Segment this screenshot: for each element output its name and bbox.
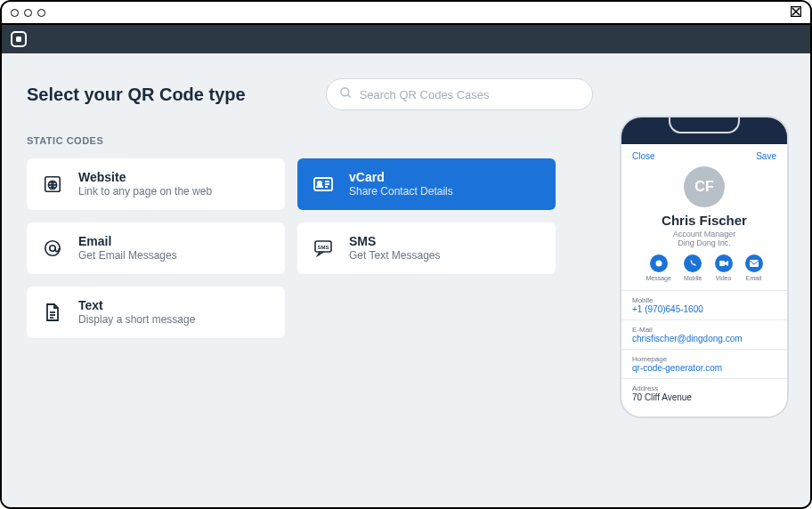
id-card-icon	[312, 173, 335, 196]
card-text[interactable]: Text Display a short message	[27, 287, 285, 338]
video-icon	[715, 254, 733, 272]
svg-point-3	[341, 87, 349, 95]
search-input[interactable]	[326, 78, 593, 110]
field-label: Mobile	[632, 296, 776, 304]
contact-role: Account Manager	[621, 230, 787, 238]
svg-rect-21	[750, 260, 759, 267]
field-homepage: Homepage qr-code-generator.com	[621, 349, 787, 378]
card-subtitle: Get Email Messages	[78, 249, 177, 263]
field-value: qr-code-generator.com	[632, 363, 776, 373]
page-title: Select your QR Code type	[27, 85, 246, 105]
card-email[interactable]: Email Get Email Messages	[27, 222, 285, 274]
at-sign-icon	[41, 237, 64, 260]
field-label: Address	[632, 384, 776, 392]
svg-point-8	[318, 182, 321, 185]
card-title: Email	[78, 234, 177, 249]
preview-close-button[interactable]: Close	[632, 151, 655, 161]
svg-point-12	[45, 241, 61, 256]
svg-point-13	[50, 246, 55, 251]
svg-text:SMS: SMS	[317, 245, 329, 250]
field-address: Address 70 Cliff Avenue	[621, 378, 787, 408]
app-toolbar	[2, 25, 810, 53]
message-icon	[650, 254, 668, 272]
card-vcard[interactable]: vCard Share Contact Details	[297, 158, 556, 210]
search-field[interactable]	[360, 88, 580, 101]
field-label: Homepage	[632, 355, 776, 363]
main-content: Select your QR Code type STATIC CODES	[2, 53, 810, 507]
card-sms[interactable]: SMS SMS Get Text Messages	[297, 222, 556, 274]
card-subtitle: Share Contact Details	[349, 185, 453, 199]
mail-icon	[745, 254, 763, 272]
search-icon	[339, 86, 353, 103]
phone-icon	[684, 254, 702, 272]
action-video[interactable]: Video	[715, 254, 733, 281]
card-title: Website	[78, 170, 212, 185]
svg-line-4	[347, 94, 350, 97]
window-dot[interactable]	[37, 9, 45, 17]
preview-save-button[interactable]: Save	[756, 151, 776, 161]
window-dot[interactable]	[11, 9, 19, 17]
card-title: Text	[78, 298, 195, 313]
phone-preview: Close Save CF Chris Fischer Account Mana…	[620, 116, 789, 418]
app-window: Select your QR Code type STATIC CODES	[0, 0, 812, 509]
card-title: vCard	[349, 170, 453, 185]
action-mobile[interactable]: Mobile	[684, 254, 702, 281]
window-close-icon[interactable]	[791, 5, 801, 20]
field-value: 70 Cliff Avenue	[632, 392, 776, 402]
window-titlebar	[2, 2, 810, 25]
window-dot[interactable]	[24, 9, 32, 17]
action-email[interactable]: Email	[745, 254, 763, 281]
globe-icon	[41, 173, 64, 196]
avatar: CF	[684, 166, 725, 207]
card-subtitle: Display a short message	[78, 313, 195, 327]
contact-org: Ding Dong Inc.	[621, 238, 787, 247]
field-email: E-Mail chrisfischer@dingdong.com	[621, 319, 787, 349]
card-title: SMS	[349, 234, 441, 249]
field-label: E-Mail	[632, 326, 776, 334]
field-value: +1 (970)645-1600	[632, 304, 776, 314]
contact-actions: Message Mobile Video Email	[621, 254, 787, 281]
phone-notch	[669, 117, 740, 133]
card-website[interactable]: Website Link to any page on the web	[27, 158, 285, 210]
svg-rect-2	[16, 36, 21, 42]
field-mobile: Mobile +1 (970)645-1600	[621, 290, 787, 319]
card-subtitle: Link to any page on the web	[78, 185, 212, 199]
action-message[interactable]: Message	[646, 254, 670, 281]
card-subtitle: Get Text Messages	[349, 249, 441, 263]
field-value: chrisfischer@dingdong.com	[632, 334, 776, 343]
window-controls[interactable]	[11, 9, 45, 17]
svg-rect-20	[719, 261, 725, 266]
sms-icon: SMS	[312, 237, 335, 260]
contact-name: Chris Fischer	[621, 213, 787, 228]
app-logo-icon	[11, 31, 27, 47]
document-icon	[41, 301, 64, 324]
svg-point-19	[655, 261, 662, 267]
